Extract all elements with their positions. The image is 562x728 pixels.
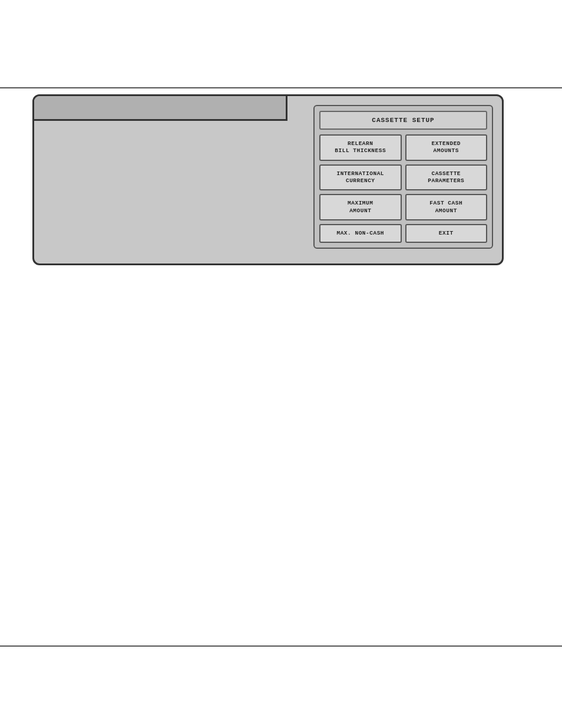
- relearn-bill-thickness-button[interactable]: RELEARNBILL THICKNESS: [319, 134, 402, 161]
- cassette-button-grid: RELEARNBILL THICKNESS EXTENDEDAMOUNTS IN…: [319, 134, 487, 243]
- cassette-setup-panel: CASSETTE SETUP RELEARNBILL THICKNESS EXT…: [313, 105, 493, 249]
- international-currency-button[interactable]: INTERNATIONALCURRENCY: [319, 164, 402, 191]
- panel-header-tab: [34, 96, 287, 121]
- bottom-divider: [0, 645, 562, 647]
- cassette-parameters-button[interactable]: CASSETTEPARAMETERS: [405, 164, 488, 191]
- main-panel: CASSETTE SETUP RELEARNBILL THICKNESS EXT…: [32, 94, 504, 265]
- fast-cash-amount-button[interactable]: FAST CASHAMOUNT: [405, 194, 488, 220]
- cassette-setup-title: CASSETTE SETUP: [319, 111, 487, 130]
- extended-amounts-button[interactable]: EXTENDEDAMOUNTS: [405, 134, 488, 161]
- maximum-amount-button[interactable]: MAXIMUMAMOUNT: [319, 194, 402, 220]
- top-divider: [0, 87, 562, 88]
- max-non-cash-button[interactable]: MAX. NON-CASH: [319, 224, 402, 243]
- exit-button[interactable]: EXIT: [405, 224, 488, 243]
